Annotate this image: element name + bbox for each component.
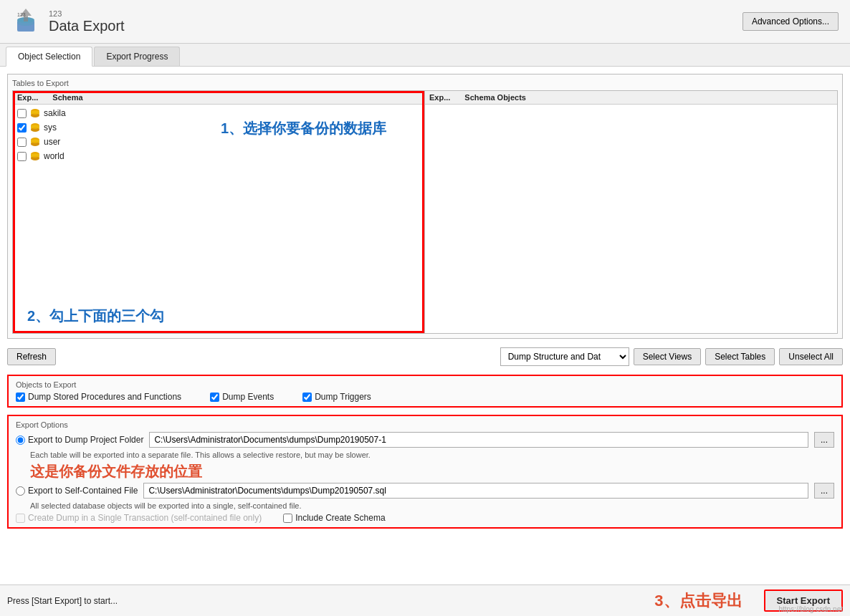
dump-type-select[interactable]: Dump Structure and Dat Dump Structure On… [500, 347, 629, 366]
left-schema-panel: Exp... Schema sakila [13, 91, 425, 333]
annotation-click-export: 3、点击导出 [654, 590, 742, 612]
schema-checkbox-sakila[interactable] [17, 109, 27, 118]
db-icon-user [29, 136, 41, 148]
objects-checks: Dump Stored Procedures and Functions Dum… [16, 392, 834, 402]
tabs-bar: Object Selection Export Progress [0, 44, 850, 67]
objects-to-export-label: Objects to Export [16, 380, 834, 389]
select-views-button[interactable]: Select Views [634, 348, 701, 365]
create-dump-label: Create Dump in a Single Transaction (sel… [28, 513, 262, 523]
export-options-section: Export Options Export to Dump Project Fo… [7, 415, 843, 529]
schema-row-user[interactable]: user [13, 135, 424, 149]
header: 123 123 Data Export Advanced Options... [0, 0, 850, 44]
svg-point-8 [31, 110, 39, 115]
dump-folder-label-text: Export to Dump Project Folder [28, 435, 143, 445]
tab-export-progress[interactable]: Export Progress [94, 47, 180, 66]
dump-folder-path-input[interactable] [149, 432, 808, 448]
checkbox-include-create-schema[interactable] [283, 514, 292, 523]
svg-point-16 [31, 139, 39, 143]
schema-objects-list [425, 105, 837, 333]
tables-to-export-section: Tables to Export Exp... Schema [7, 74, 843, 339]
tables-to-export-label: Tables to Export [12, 79, 838, 87]
schema-name-user: user [44, 137, 60, 147]
left-panel-header: Exp... Schema [13, 91, 424, 105]
export-dump-folder-label[interactable]: Export to Dump Project Folder [16, 435, 143, 445]
svg-text:123: 123 [17, 12, 26, 17]
self-contained-note: All selected database objects will be ex… [30, 501, 834, 510]
radio-self-contained[interactable] [16, 486, 25, 496]
checkbox-dump-triggers[interactable] [302, 393, 312, 402]
dump-events-label: Dump Events [222, 392, 274, 402]
schema-checkbox-user[interactable] [17, 138, 27, 147]
right-schema-objects-panel: Exp... Schema Objects [425, 91, 837, 333]
watermark: https://blog.csdn.net [778, 605, 843, 613]
dump-folder-browse-button[interactable]: ... [814, 432, 834, 448]
header-title: Data Export [49, 18, 125, 34]
svg-point-20 [31, 153, 39, 158]
db-icon-sys [29, 122, 41, 133]
header-title-block: 123 Data Export [49, 9, 125, 34]
schema-list: sakila sys [13, 105, 424, 299]
include-create-schema-check[interactable]: Include Create Schema [283, 513, 385, 523]
checkbox-stored-procedures[interactable] [16, 393, 25, 402]
create-dump-check[interactable]: Create Dump in a Single Transaction (sel… [16, 513, 262, 523]
bottom-toolbar: Refresh Dump Structure and Dat Dump Stru… [7, 345, 843, 369]
schema-col-header: Schema [52, 93, 82, 102]
unselect-all-button[interactable]: Unselect All [779, 348, 843, 365]
include-create-schema-label: Include Create Schema [295, 513, 385, 523]
self-contained-path-input[interactable] [143, 483, 808, 499]
select-tables-button[interactable]: Select Tables [705, 348, 775, 365]
schema-row-world[interactable]: world [13, 149, 424, 163]
header-left: 123 123 Data Export [11, 7, 125, 36]
annotation-check-items: 2、勾上下面的三个勾 [13, 299, 424, 333]
radio-dump-folder[interactable] [16, 435, 25, 445]
right-panel-header: Exp... Schema Objects [425, 91, 837, 105]
db-icon-world [29, 150, 41, 162]
exp-col-header: Exp... [17, 93, 38, 102]
schema-name-sys: sys [44, 122, 57, 133]
header-subtitle: 123 [49, 9, 125, 18]
schema-objects-col-header: Schema Objects [464, 93, 526, 102]
check-dump-events[interactable]: Dump Events [210, 392, 274, 402]
tables-panel: Exp... Schema sakila [12, 90, 838, 334]
create-dump-row: Create Dump in a Single Transaction (sel… [16, 513, 834, 523]
dump-folder-note: Each table will be exported into a separ… [30, 451, 834, 459]
schema-checkbox-world[interactable] [17, 152, 27, 161]
schema-row-sakila[interactable]: sakila [13, 106, 424, 120]
schema-name-world: world [44, 151, 65, 161]
data-export-icon: 123 [11, 7, 40, 36]
db-icon-sakila [29, 107, 41, 119]
svg-point-12 [31, 125, 39, 129]
stored-procedures-label: Dump Stored Procedures and Functions [28, 392, 181, 402]
schema-name-sakila: sakila [44, 108, 66, 118]
dump-triggers-label: Dump Triggers [315, 392, 371, 402]
export-self-contained-row: Export to Self-Contained File ... [16, 483, 834, 499]
export-dump-folder-row: Export to Dump Project Folder ... [16, 432, 834, 448]
advanced-options-button[interactable]: Advanced Options... [742, 12, 839, 31]
tab-object-selection[interactable]: Object Selection [6, 47, 92, 67]
exp-col-header-right: Exp... [429, 93, 450, 102]
main-content: Tables to Export Exp... Schema [0, 67, 850, 611]
dump-select-wrapper: Dump Structure and Dat Dump Structure On… [500, 347, 843, 366]
self-contained-label-text: Export to Self-Contained File [28, 486, 138, 496]
refresh-button[interactable]: Refresh [7, 348, 56, 365]
schema-checkbox-sys[interactable] [17, 123, 27, 133]
annotation-path-location: 这是你备份文件存放的位置 [30, 462, 834, 481]
check-stored-procedures[interactable]: Dump Stored Procedures and Functions [16, 392, 181, 402]
export-options-label: Export Options [16, 420, 834, 429]
bottom-bar: Press [Start Export] to start... 3、点击导出 … [0, 584, 850, 616]
export-self-contained-label[interactable]: Export to Self-Contained File [16, 486, 138, 496]
checkbox-create-dump[interactable] [16, 514, 25, 523]
objects-to-export-section: Objects to Export Dump Stored Procedures… [7, 375, 843, 408]
schema-row-sys[interactable]: sys [13, 120, 424, 135]
press-start-label: Press [Start Export] to start... [7, 596, 118, 606]
self-contained-browse-button[interactable]: ... [814, 483, 834, 499]
checkbox-dump-events[interactable] [210, 393, 219, 402]
check-dump-triggers[interactable]: Dump Triggers [302, 392, 371, 402]
